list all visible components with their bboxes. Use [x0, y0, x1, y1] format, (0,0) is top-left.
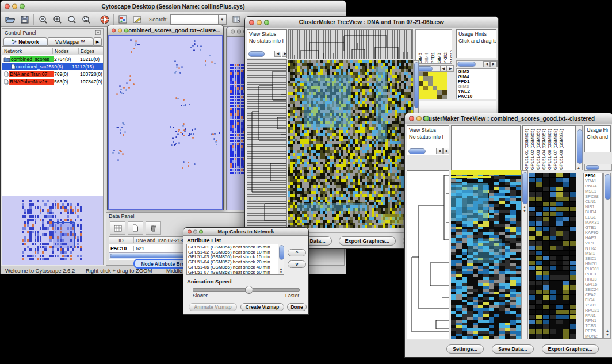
- tv2-status-scroll-right[interactable]: ▶: [443, 148, 449, 154]
- gene-label[interactable]: PUF3: [585, 271, 602, 277]
- gene-label[interactable]: BUD4: [585, 209, 602, 214]
- tv1-row-labels[interactable]: GIM5GIM4PFD1GIM3YKE2PAC10: [456, 68, 496, 99]
- gene-label[interactable]: RPO21: [585, 308, 602, 313]
- main-title-bar[interactable]: Cytoscape Desktop (Session Name: collins…: [1, 1, 346, 13]
- window-controls[interactable]: [5, 4, 25, 9]
- col-header-nodes[interactable]: Nodes: [53, 48, 79, 54]
- net-minimize-button[interactable]: [118, 28, 122, 32]
- tv2-zoom-heatmap[interactable]: [529, 173, 576, 339]
- animation-speed-slider[interactable]: [193, 288, 300, 292]
- tv1-status-scrollbar[interactable]: [248, 51, 265, 57]
- gene-label[interactable]: SEC24: [585, 287, 602, 292]
- tv1-column-label[interactable]: GIM4: [424, 53, 429, 63]
- tv1-action-button[interactable]: Export Graphics...: [339, 236, 396, 246]
- help-lifesaver-icon[interactable]: [97, 13, 112, 25]
- tv2-hints-scrollbar[interactable]: [584, 164, 612, 171]
- float-panel-icon[interactable]: [95, 30, 101, 35]
- close-button[interactable]: [5, 4, 10, 9]
- tv1-close-button[interactable]: [249, 20, 254, 25]
- tv2-zoom-button[interactable]: [424, 116, 429, 121]
- gene-label[interactable]: NIS1: [585, 204, 602, 209]
- gene-label[interactable]: RNR4: [585, 183, 602, 189]
- gene-label[interactable]: CPA2: [585, 292, 602, 297]
- tv2-column-label[interactable]: GPL51-06 (GSM865): [547, 129, 552, 170]
- tv2-column-dendrogram[interactable]: [451, 125, 521, 170]
- gene-label[interactable]: PFD1: [585, 173, 602, 178]
- tv1-label-scrollbar[interactable]: ◀ ▶: [456, 60, 498, 67]
- tv1-label-scroll-left[interactable]: ◀: [483, 61, 490, 67]
- tv1-row-label[interactable]: PAC10: [458, 94, 495, 99]
- tv2-minimize-button[interactable]: [416, 116, 422, 121]
- vizmapper-icon[interactable]: [116, 13, 130, 25]
- tv2-column-label[interactable]: GPL51-01 (GSM854): [524, 129, 529, 170]
- dialog-zoom-button[interactable]: [199, 229, 203, 233]
- move-down-button[interactable]: v: [288, 260, 306, 268]
- gene-label[interactable]: PAN1: [585, 313, 602, 318]
- tv1-minimize-button[interactable]: [257, 20, 262, 25]
- move-up-button[interactable]: ^: [288, 249, 306, 256]
- zoom-button[interactable]: [20, 4, 25, 9]
- save-icon[interactable]: [17, 13, 32, 25]
- tv2-collabel-scrollbar[interactable]: ▲: [576, 125, 583, 170]
- tv2-action-button[interactable]: Settings...: [446, 344, 484, 354]
- table-icon[interactable]: [110, 221, 125, 235]
- tv2-row-dendrogram[interactable]: [407, 170, 449, 339]
- gene-label[interactable]: PEP5: [585, 328, 602, 334]
- network-canvas[interactable]: [108, 35, 223, 210]
- gene-label[interactable]: HMG1: [585, 261, 602, 266]
- network-view-window[interactable]: combined_scores_good.txt--cluste...: [107, 25, 224, 210]
- net-close-button[interactable]: [112, 28, 116, 32]
- gene-label[interactable]: MSI1: [585, 251, 602, 256]
- zoom-out-icon[interactable]: [36, 13, 50, 25]
- tv2-column-label[interactable]: GPL51-03 (GSM856): [536, 129, 541, 170]
- gene-label[interactable]: CLN1: [585, 199, 602, 204]
- tab-network[interactable]: Network: [3, 37, 47, 46]
- birdseye-viewport-rect[interactable]: [53, 222, 75, 248]
- gene-label[interactable]: NTR2: [585, 246, 602, 251]
- gene-label[interactable]: KAP95: [585, 230, 602, 235]
- search-input[interactable]: [170, 14, 219, 25]
- tv2-column-label[interactable]: GPL51-08 (GSM872): [559, 129, 564, 170]
- tv1-column-label[interactable]: YKE2: [443, 52, 448, 63]
- network-row-combined-scores[interactable]: combined_scores 2764(0) 16218(0): [2, 55, 103, 63]
- gene-label[interactable]: HRD3: [585, 277, 602, 282]
- tv1-main-heatmap[interactable]: [288, 60, 413, 228]
- attribute-list-scrollbar[interactable]: ▲▼: [278, 244, 284, 274]
- gene-label[interactable]: TCB3: [585, 323, 602, 328]
- tv1-row-dendrogram[interactable]: [247, 59, 287, 228]
- attribute-listbox[interactable]: GPL51-01 (GSM854) heat shock 05 minGPL51…: [186, 244, 284, 275]
- gene-label[interactable]: PHO81: [585, 266, 602, 271]
- tv1-hscroll-left[interactable]: ◀: [440, 66, 447, 72]
- gene-label[interactable]: MON2: [585, 334, 602, 339]
- birdseye-view[interactable]: [2, 196, 103, 265]
- tv1-hscroll-right[interactable]: ▶: [447, 66, 454, 72]
- tv1-zoom-matrix[interactable]: [418, 72, 447, 99]
- gene-label[interactable]: HAP3: [585, 235, 602, 240]
- tv2-action-button[interactable]: Save Data...: [492, 344, 534, 354]
- tv1-zoom-button[interactable]: [264, 20, 269, 25]
- delete-attribute-trash-icon[interactable]: [146, 221, 161, 235]
- minimize-button[interactable]: [12, 4, 17, 9]
- gene-label[interactable]: SPC98: [585, 194, 602, 199]
- gene-label[interactable]: YSH1: [585, 302, 602, 308]
- create-vizmap-button[interactable]: Create Vizmap: [240, 303, 284, 311]
- tv2-column-label[interactable]: GPL51-04 (GSM857): [541, 129, 546, 170]
- tv2-gene-list[interactable]: PFD1YRA1RNR4MSL1SPC98CLN1NIS1BUD4ELG1MAK…: [583, 173, 603, 339]
- tv2-global-vscrollbar[interactable]: ▲▼: [521, 170, 528, 339]
- tv1-status-scroll-left[interactable]: ◀: [274, 51, 281, 57]
- zoom-selected-icon[interactable]: [79, 13, 93, 25]
- tv1-hscrollbar[interactable]: ◀ ▶: [415, 65, 454, 72]
- tv1-column-label[interactable]: GIM3: [437, 53, 442, 63]
- gene-label[interactable]: FIG4: [585, 297, 602, 302]
- tv2-status-scrollbar[interactable]: [408, 148, 426, 154]
- annotation-icon[interactable]: [130, 13, 144, 25]
- gene-label[interactable]: MAK31: [585, 220, 602, 225]
- tv2-gene-scrollbar[interactable]: ▲▼: [603, 173, 611, 339]
- gene-label[interactable]: GPI16: [585, 282, 602, 287]
- tv1-column-labels[interactable]: GIM5GIM4PFD1GIM3YKE2PAC10: [415, 29, 452, 64]
- animate-vizmap-button[interactable]: Animate Vizmap: [189, 303, 237, 311]
- new-attribute-icon[interactable]: [128, 221, 143, 235]
- tv1-label-scroll-right[interactable]: ▶: [490, 61, 497, 67]
- dialog-close-button[interactable]: [188, 229, 192, 233]
- net-zoom-button[interactable]: [124, 28, 128, 32]
